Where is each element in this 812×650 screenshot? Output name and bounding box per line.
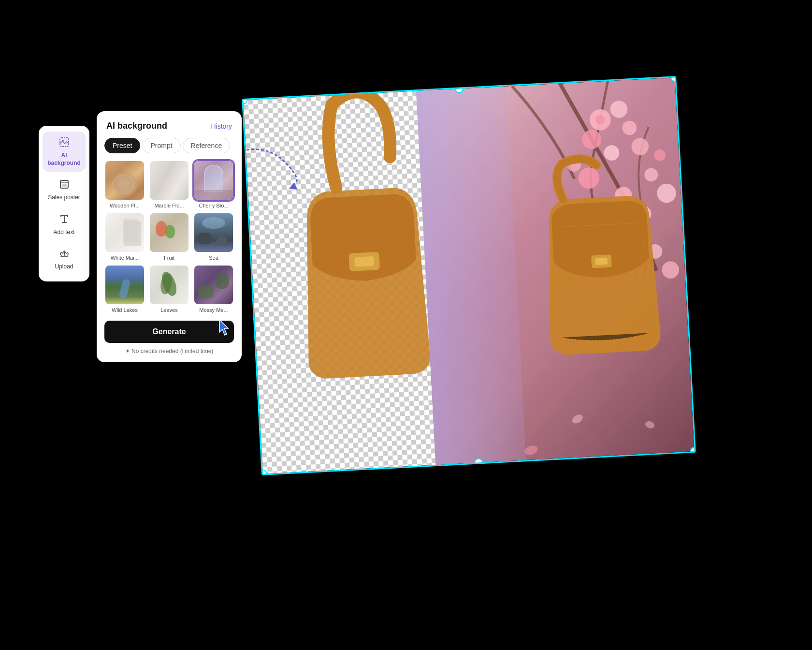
preset-label-wooden: Wooden Fl... [110,203,140,208]
history-link[interactable]: History [211,122,232,130]
preset-label-leaves: Leaves [160,307,177,313]
preset-label-wild-lakes: Wild Lakes [112,307,138,313]
preset-label-sea: Sea [209,255,218,261]
handle-bottom-middle[interactable] [474,458,483,467]
bag-left-outline [251,76,478,455]
panel-header: AI background History [97,111,242,138]
bag-right [518,97,685,433]
sidebar-item-add-text[interactable]: Add text [43,208,86,241]
preset-label-marble: Marble Flo... [154,203,184,208]
preset-mossy-me[interactable]: Mossy Me... [193,265,234,313]
handle-bottom-right[interactable] [690,447,696,456]
preset-wild-lakes[interactable]: Wild Lakes [104,265,145,313]
sidebar-add-text-label: Add text [53,229,74,236]
sidebar-item-upload[interactable]: Upload [43,243,86,276]
generate-button[interactable]: Generate [104,321,234,343]
preset-marble-flo[interactable]: Marble Flo... [149,160,189,208]
preset-thumb-white-marble [104,212,145,253]
thumb-fruit-inner [150,213,188,252]
upload-icon [58,248,70,261]
cursor-arrow [218,319,231,336]
thumb-cherry-inner [194,161,233,200]
preset-thumb-wild-lakes [104,265,145,305]
preset-thumb-leaves [149,265,189,305]
preset-leaves[interactable]: Leaves [149,265,189,313]
sales-poster-icon [58,178,70,192]
image-canvas [242,76,696,475]
preset-cherry-blo[interactable]: Cherry Blo... [193,160,234,208]
preset-sea[interactable]: Sea [193,212,234,261]
sidebar-ai-background-label: AI background [45,152,83,167]
preset-wooden-fl[interactable]: Wooden Fl... [104,160,145,208]
preset-label-mossy: Mossy Me... [199,307,228,313]
svg-rect-25 [354,256,374,267]
credits-bar: ✦ No credits needed (limited time) [97,348,242,362]
thumb-wooden-inner [105,161,144,200]
preset-thumb-marble [149,160,189,201]
preset-thumb-mossy [193,265,234,305]
preset-label-white-mar: White Mar... [111,255,139,261]
sidebar-upload-label: Upload [55,263,73,271]
preset-label-cherry: Cherry Blo... [199,203,228,208]
thumb-leaves-inner [150,266,188,304]
credits-label: No credits needed (limited time) [131,348,213,355]
tab-preset[interactable]: Preset [104,138,140,153]
tab-reference[interactable]: Reference [183,138,231,153]
ai-background-icon [58,136,70,150]
preset-white-mar[interactable]: White Mar... [104,212,145,261]
panel-tabs: Preset Prompt Reference [97,138,242,160]
preset-thumb-fruit [149,212,189,253]
add-text-icon [58,213,70,227]
thumb-mossy-inner [194,266,233,304]
preset-thumb-sea [193,212,234,253]
preset-fruit[interactable]: Fruit [149,212,189,261]
ai-background-panel: AI background History Preset Prompt Refe… [97,111,242,362]
preset-thumb-cherry [193,160,234,201]
svg-point-21 [523,444,538,457]
sidebar-sales-poster-label: Sales poster [48,194,80,202]
sidebar: AI background Sales poster Add text [39,126,89,281]
preset-label-fruit: Fruit [164,255,174,261]
panel-title: AI background [106,121,167,131]
thumb-wild-lakes-inner [105,266,144,304]
tab-prompt[interactable]: Prompt [142,138,180,153]
preset-grid: Wooden Fl... Marble Flo... Cherry Blo... [97,160,242,321]
thumb-white-marble-inner [105,213,144,252]
sidebar-item-ai-background[interactable]: AI background [43,132,86,172]
svg-rect-30 [62,184,67,187]
sparkle-icon: ✦ [125,348,131,355]
preset-thumb-wooden [104,160,145,201]
thumb-marble-inner [150,161,188,200]
svg-rect-23 [595,258,608,265]
thumb-sea-inner [194,213,233,252]
sidebar-item-sales-poster[interactable]: Sales poster [43,174,86,207]
